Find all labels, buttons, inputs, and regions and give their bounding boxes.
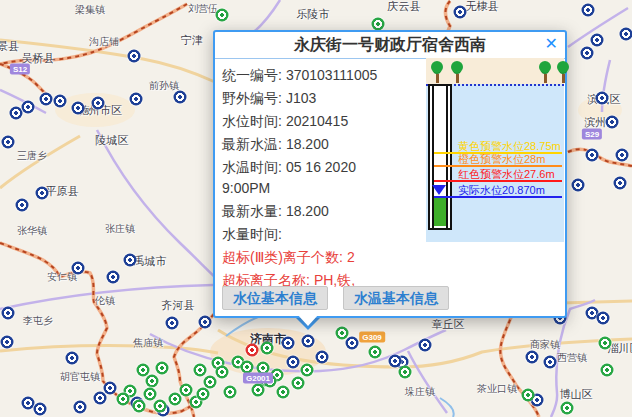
station-marker[interactable]: [252, 384, 265, 397]
map-label: 张华镇: [17, 224, 47, 238]
station-marker[interactable]: [597, 312, 610, 325]
road-shield: S12: [10, 64, 30, 75]
road-shield: S29: [582, 129, 602, 140]
station-marker[interactable]: [369, 346, 382, 359]
subsurface-panel: 黄色预警水位28.75m 橙色预警水位28m 红色预警水位27.6m 实际水位2…: [426, 84, 564, 242]
station-marker[interactable]: [66, 352, 79, 365]
station-marker[interactable]: [94, 392, 107, 405]
station-marker[interactable]: [144, 388, 157, 401]
station-marker[interactable]: [582, 4, 595, 17]
station-marker[interactable]: [620, 28, 632, 41]
well-shaft: [428, 84, 452, 230]
station-marker[interactable]: [301, 364, 314, 377]
water-level-info-button[interactable]: 水位基本信息: [222, 286, 328, 310]
map-label: 梁集镇: [75, 3, 105, 17]
station-marker[interactable]: [92, 97, 105, 110]
road-shield: G2001: [243, 373, 273, 384]
station-marker[interactable]: [544, 356, 557, 369]
station-marker[interactable]: [124, 254, 137, 267]
station-marker[interactable]: [224, 386, 237, 399]
map-label: 张庄镇: [105, 222, 135, 236]
station-marker[interactable]: [561, 402, 574, 415]
station-marker[interactable]: [287, 356, 300, 369]
popup-title: 永庆街一号财政厅宿舍西南: [215, 32, 565, 59]
station-marker[interactable]: [133, 400, 146, 413]
map-label: 禹城市: [134, 254, 167, 269]
station-marker[interactable]: [601, 364, 614, 377]
station-marker[interactable]: [599, 337, 612, 350]
field-volume-time: 水量时间:: [222, 224, 404, 245]
station-marker[interactable]: [454, 6, 467, 19]
map-label: 乐陵市: [297, 7, 330, 22]
station-marker[interactable]: [216, 366, 229, 379]
station-marker[interactable]: [261, 342, 274, 355]
station-marker[interactable]: [36, 187, 49, 200]
station-marker[interactable]: [2, 307, 15, 320]
station-marker[interactable]: [34, 403, 47, 416]
station-marker[interactable]: [216, 9, 229, 22]
station-marker[interactable]: [194, 364, 207, 377]
station-marker[interactable]: [2, 136, 15, 149]
station-marker[interactable]: [614, 177, 627, 190]
station-marker[interactable]: [336, 327, 349, 340]
station-marker[interactable]: [16, 199, 29, 212]
station-marker[interactable]: [572, 179, 585, 192]
station-marker[interactable]: [197, 388, 210, 401]
station-marker[interactable]: [1, 336, 14, 349]
station-marker[interactable]: [40, 93, 53, 106]
station-marker[interactable]: [104, 382, 117, 395]
station-marker[interactable]: [316, 351, 329, 364]
station-marker[interactable]: [302, 335, 315, 348]
station-marker[interactable]: [389, 355, 402, 368]
station-marker[interactable]: [277, 386, 290, 399]
station-marker[interactable]: [522, 389, 535, 402]
station-marker[interactable]: [54, 95, 67, 108]
station-marker[interactable]: [107, 271, 120, 284]
station-marker[interactable]: [72, 102, 85, 115]
map-label: 西营镇: [557, 351, 587, 365]
station-marker[interactable]: [146, 375, 159, 388]
station-marker[interactable]: [606, 116, 619, 129]
station-marker[interactable]: [581, 47, 594, 60]
map-label: 沟店铺: [89, 35, 119, 49]
station-marker[interactable]: [346, 337, 359, 350]
close-icon[interactable]: ✕: [545, 34, 558, 54]
popup-anchor-fill: [297, 314, 319, 326]
station-marker[interactable]: [282, 337, 295, 350]
station-marker[interactable]: [199, 316, 212, 329]
map-label: 齐河县: [162, 298, 195, 313]
station-marker[interactable]: [616, 149, 629, 162]
station-marker[interactable]: [169, 393, 182, 406]
station-marker[interactable]: [166, 317, 179, 330]
station-marker[interactable]: [526, 351, 539, 364]
station-marker[interactable]: [180, 384, 193, 397]
station-marker[interactable]: [419, 339, 432, 352]
station-marker[interactable]: [128, 50, 141, 63]
station-marker[interactable]: [292, 377, 305, 390]
map-label: 宁津: [181, 33, 203, 48]
tree-icon: [538, 61, 552, 83]
map-viewport[interactable]: 梁集镇刘营伍乐陵市庆云县无棣县宁津沟店铺吴桥县景县前孙镇德州市区陵城区三唐乡平原…: [0, 0, 632, 417]
station-marker[interactable]: [204, 376, 217, 389]
map-label: 伦镇: [95, 294, 115, 308]
station-marker[interactable]: [22, 101, 35, 114]
station-marker[interactable]: [372, 18, 385, 31]
map-label: 博山区: [560, 387, 593, 402]
selected-station-marker[interactable]: [246, 344, 259, 357]
station-marker[interactable]: [591, 34, 604, 47]
station-marker[interactable]: [154, 400, 167, 413]
station-marker[interactable]: [399, 366, 412, 379]
water-temp-info-button[interactable]: 水温基本信息: [343, 286, 449, 310]
station-marker[interactable]: [586, 149, 599, 162]
station-popup: 永庆街一号财政厅宿舍西南 ✕ 统一编号:370103111005 野外编号:J1…: [213, 30, 567, 318]
well-diagram: 黄色预警水位28.75m 橙色预警水位28m 红色预警水位27.6m 实际水位2…: [426, 58, 564, 242]
station-marker[interactable]: [156, 362, 169, 375]
station-marker[interactable]: [10, 107, 23, 120]
station-marker[interactable]: [596, 92, 609, 105]
map-label: 章丘区: [432, 317, 465, 332]
station-marker[interactable]: [130, 93, 143, 106]
station-marker[interactable]: [174, 91, 187, 104]
station-marker[interactable]: [117, 393, 130, 406]
station-marker[interactable]: [72, 262, 85, 275]
station-marker[interactable]: [74, 401, 87, 414]
